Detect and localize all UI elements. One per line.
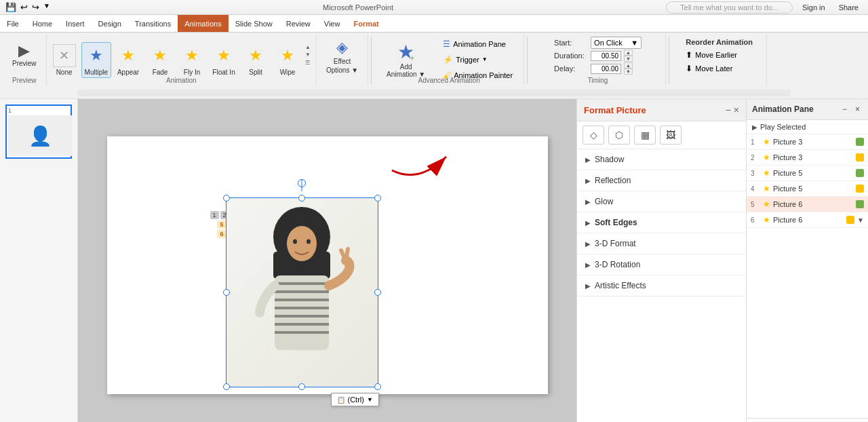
anim-btn-wipe[interactable]: ★ Wipe (273, 43, 302, 77)
format-close-btn[interactable]: × (734, 104, 739, 115)
tab-file[interactable]: File (0, 15, 26, 32)
tab-slideshow[interactable]: Slide Show (229, 15, 279, 32)
customize-icon[interactable]: ▼ (43, 2, 50, 12)
format-tab-size[interactable]: ▦ (634, 126, 656, 145)
glow-header[interactable]: ▶ Glow (577, 191, 746, 212)
duration-down-btn[interactable]: ▼ (624, 56, 633, 62)
handle-mr[interactable] (374, 289, 381, 296)
canvas-area: 1 2 5 6 (78, 99, 576, 422)
anim-item-3[interactable]: 3 ★ Picture 5 (747, 166, 868, 181)
anim-btn-multiple[interactable]: ★ Multiple (81, 42, 111, 78)
reorder-buttons: Reorder Animation ⬆ Move Earlier ⬇ Move … (682, 37, 757, 75)
anim-item-6[interactable]: 6 ★ Picture 6 ▼ (747, 212, 868, 228)
search-box[interactable]: Tell me what you want to do... (666, 1, 793, 14)
delay-input[interactable] (591, 64, 621, 74)
preview-btn[interactable]: ▶ Preview (8, 41, 41, 69)
scroll-more-btn[interactable]: ☰ (304, 59, 312, 66)
anim-btn-appear[interactable]: ★ Appear (113, 43, 143, 77)
scroll-up-btn[interactable]: ▲ (304, 43, 312, 51)
trigger-btn[interactable]: ⚡ Trigger ▼ (437, 53, 518, 66)
format-tab-effects[interactable]: ⬡ (608, 126, 630, 145)
undo-icon[interactable]: ↩ (20, 2, 28, 12)
split-icon: ★ (244, 44, 267, 67)
tab-animations[interactable]: Animations (178, 15, 228, 32)
reflection-header[interactable]: ▶ Reflection (577, 170, 746, 191)
anim-item-2[interactable]: 2 ★ Picture 3 (747, 150, 868, 166)
slide-canvas[interactable]: 1 2 5 6 (107, 136, 548, 394)
anim-item-6-arrow[interactable]: ▼ (857, 216, 864, 224)
tab-insert[interactable]: Insert (59, 15, 92, 32)
handle-tl[interactable] (223, 195, 230, 202)
scroll-down-btn[interactable]: ▼ (304, 51, 312, 58)
format-minimize-btn[interactable]: − (726, 104, 731, 115)
selection-box[interactable] (226, 197, 378, 387)
ctrl-dropdown-arrow[interactable]: ▼ (367, 396, 373, 403)
advanced-buttons: ☰ Animation Pane ⚡ Trigger ▼ 🖌 Animation… (437, 37, 518, 82)
anim-btn-flyin[interactable]: ★ Fly In (177, 43, 207, 77)
badge-1[interactable]: 1 (210, 211, 219, 219)
shadow-header[interactable]: ▶ Shadow (577, 149, 746, 170)
delay-down-btn[interactable]: ▼ (624, 69, 633, 75)
add-animation-btn[interactable]: ★+ AddAnimation ▼ (380, 37, 432, 82)
handle-bm[interactable] (298, 383, 305, 390)
anim-pane-minimize-btn[interactable]: − (840, 103, 850, 115)
artistic-effects-header[interactable]: ▶ Artistic Effects (577, 275, 746, 296)
anim-btn-fade[interactable]: ★ Fade (145, 43, 175, 77)
ribbon-group-preview: ▶ Preview Preview (3, 34, 47, 85)
move-earlier-btn[interactable]: ⬆ Move Earlier (682, 49, 757, 61)
slide-thumb-1[interactable]: 1 👤 (5, 104, 72, 159)
tab-format[interactable]: Format (347, 15, 385, 32)
tab-design[interactable]: Design (92, 15, 128, 32)
effect-options-btn[interactable]: ◈ Effect Options ▼ (322, 37, 362, 76)
ribbon-header-bar: 💾 ↩ ↪ ▼ Microsoft PowerPoint Tell me wha… (0, 0, 868, 15)
anim-btn-floatin[interactable]: ★ Float In (209, 43, 239, 77)
floatin-label: Float In (212, 69, 235, 76)
animation-pane-btn[interactable]: ☰ Animation Pane (437, 37, 518, 51)
duration-label: Duration: (554, 52, 588, 60)
right-bar: Tell me what you want to do... Sign in S… (666, 1, 863, 14)
3d-rotation-header[interactable]: ▶ 3-D Rotation (577, 254, 746, 275)
duration-up-btn[interactable]: ▲ (624, 50, 633, 56)
soft-edges-header[interactable]: ▶ Soft Edges (577, 212, 746, 233)
animation-pane-label: Animation Pane (453, 40, 506, 48)
anim-btn-split[interactable]: ★ Split (241, 43, 271, 77)
duration-input[interactable] (591, 51, 621, 61)
save-icon[interactable]: 💾 (5, 2, 16, 12)
play-selected-btn[interactable]: ▶ Play Selected (747, 120, 868, 134)
move-later-arrow: ⬇ (686, 64, 692, 73)
anim-item-1[interactable]: 1 ★ Picture 3 (747, 134, 868, 150)
ribbon-body: ▶ Preview Preview ✕ None ★ Multiple ★ Ap… (0, 33, 868, 87)
anim-item-4[interactable]: 4 ★ Picture 5 (747, 181, 868, 197)
move-later-btn[interactable]: ⬇ Move Later (682, 62, 757, 75)
multiple-label: Multiple (85, 69, 108, 76)
tab-view[interactable]: View (317, 15, 347, 32)
sign-in-btn[interactable]: Sign in (798, 3, 829, 12)
delay-up-btn[interactable]: ▲ (624, 62, 633, 69)
move-earlier-arrow: ⬆ (686, 50, 692, 60)
ctrl-tooltip[interactable]: 📋 (Ctrl) ▼ (331, 393, 379, 406)
handle-ml[interactable] (223, 289, 230, 296)
anim-item-5[interactable]: 5 ★ Picture 6 (747, 197, 868, 212)
anim-btn-none[interactable]: ✕ None (50, 43, 79, 77)
redo-icon[interactable]: ↪ (32, 2, 39, 12)
anim-item-2-star: ★ (763, 153, 770, 162)
anim-pane-close-btn[interactable]: × (852, 103, 863, 115)
anim-item-3-dot (856, 169, 864, 177)
start-select[interactable]: On Click ▼ (591, 37, 642, 49)
handle-bl[interactable] (223, 383, 230, 390)
share-btn[interactable]: Share (835, 3, 863, 12)
handle-tm[interactable] (298, 195, 305, 202)
format-tab-picture[interactable]: 🖼 (660, 126, 682, 145)
none-icon: ✕ (53, 44, 76, 67)
handle-br[interactable] (374, 383, 381, 390)
tab-review[interactable]: Review (279, 15, 317, 32)
handle-tr[interactable] (374, 195, 381, 202)
format-panel-controls: − × (726, 104, 739, 115)
tab-transitions[interactable]: Transitions (128, 15, 178, 32)
tab-home[interactable]: Home (26, 15, 59, 32)
person-silhouette (241, 204, 363, 381)
artistic-effects-label: Artistic Effects (595, 281, 646, 290)
animation-list: ✕ None ★ Multiple ★ Appear ★ Fade ★ Fly … (50, 42, 302, 78)
3d-format-header[interactable]: ▶ 3-D Format (577, 233, 746, 254)
format-tab-fill[interactable]: ◇ (583, 126, 604, 145)
